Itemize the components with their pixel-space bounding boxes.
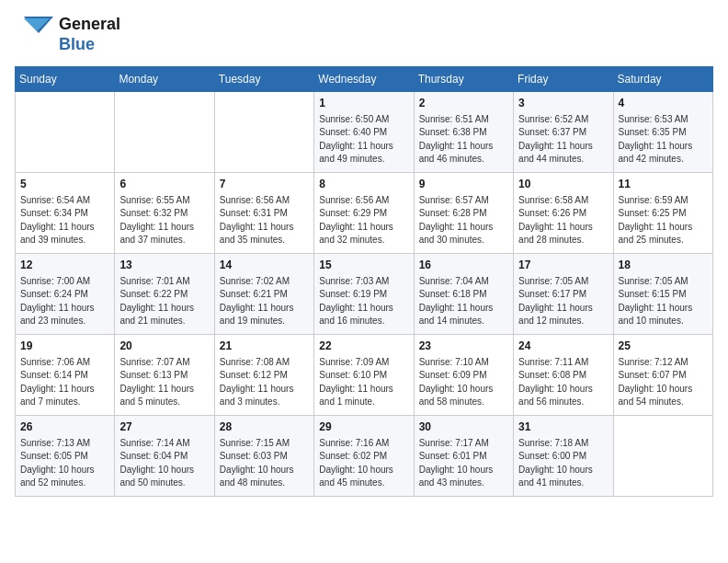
- day-number: 6: [119, 177, 209, 192]
- logo-icon: [15, 15, 55, 55]
- day-number: 7: [220, 177, 309, 192]
- day-info: Sunrise: 7:01 AM Sunset: 6:22 PM Dayligh…: [119, 275, 209, 328]
- day-number: 5: [20, 177, 109, 192]
- day-info: Sunrise: 6:58 AM Sunset: 6:26 PM Dayligh…: [518, 194, 608, 247]
- calendar-cell: 22Sunrise: 7:09 AM Sunset: 6:10 PM Dayli…: [314, 335, 414, 416]
- calendar-cell: [613, 416, 712, 497]
- day-number: 21: [220, 339, 309, 354]
- day-number: 12: [20, 258, 109, 273]
- calendar-cell: 19Sunrise: 7:06 AM Sunset: 6:14 PM Dayli…: [16, 335, 115, 416]
- day-info: Sunrise: 7:07 AM Sunset: 6:13 PM Dayligh…: [119, 356, 209, 409]
- calendar-week-row: 5Sunrise: 6:54 AM Sunset: 6:34 PM Daylig…: [16, 173, 713, 254]
- day-info: Sunrise: 7:04 AM Sunset: 6:18 PM Dayligh…: [419, 275, 508, 328]
- day-info: Sunrise: 6:56 AM Sunset: 6:29 PM Dayligh…: [319, 194, 408, 247]
- logo-blue-text: Blue: [59, 35, 120, 55]
- calendar-cell: 28Sunrise: 7:15 AM Sunset: 6:03 PM Dayli…: [214, 416, 313, 497]
- logo: GeneralBlue: [15, 15, 120, 55]
- day-info: Sunrise: 7:06 AM Sunset: 6:14 PM Dayligh…: [20, 356, 109, 409]
- day-number: 9: [419, 177, 508, 192]
- calendar-cell: 2Sunrise: 6:51 AM Sunset: 6:38 PM Daylig…: [414, 92, 513, 173]
- day-info: Sunrise: 7:15 AM Sunset: 6:03 PM Dayligh…: [220, 437, 309, 490]
- day-info: Sunrise: 7:11 AM Sunset: 6:08 PM Dayligh…: [518, 356, 608, 409]
- calendar-cell: 20Sunrise: 7:07 AM Sunset: 6:13 PM Dayli…: [115, 335, 214, 416]
- day-number: 2: [419, 96, 508, 111]
- day-info: Sunrise: 6:53 AM Sunset: 6:35 PM Dayligh…: [619, 113, 708, 167]
- day-number: 22: [319, 339, 408, 354]
- calendar-cell: 4Sunrise: 6:53 AM Sunset: 6:35 PM Daylig…: [613, 92, 712, 173]
- calendar-cell: 8Sunrise: 6:56 AM Sunset: 6:29 PM Daylig…: [314, 173, 414, 254]
- calendar-cell: 15Sunrise: 7:03 AM Sunset: 6:19 PM Dayli…: [314, 254, 414, 335]
- page-header: GeneralBlue: [15, 15, 713, 55]
- calendar-week-row: 12Sunrise: 7:00 AM Sunset: 6:24 PM Dayli…: [16, 254, 713, 335]
- calendar-cell: 17Sunrise: 7:05 AM Sunset: 6:17 PM Dayli…: [514, 254, 613, 335]
- day-number: 24: [518, 339, 608, 354]
- day-info: Sunrise: 7:13 AM Sunset: 6:05 PM Dayligh…: [20, 437, 109, 490]
- calendar-week-row: 26Sunrise: 7:13 AM Sunset: 6:05 PM Dayli…: [16, 416, 713, 497]
- weekday-header-sunday: Sunday: [16, 67, 115, 92]
- day-info: Sunrise: 7:00 AM Sunset: 6:24 PM Dayligh…: [20, 275, 109, 328]
- day-info: Sunrise: 6:50 AM Sunset: 6:40 PM Dayligh…: [319, 113, 408, 167]
- day-info: Sunrise: 6:52 AM Sunset: 6:37 PM Dayligh…: [518, 113, 608, 167]
- weekday-header-wednesday: Wednesday: [314, 67, 414, 92]
- day-number: 30: [419, 419, 508, 435]
- day-info: Sunrise: 7:16 AM Sunset: 6:02 PM Dayligh…: [319, 437, 408, 490]
- calendar-cell: 3Sunrise: 6:52 AM Sunset: 6:37 PM Daylig…: [514, 92, 613, 173]
- day-number: 8: [319, 177, 408, 192]
- day-info: Sunrise: 7:10 AM Sunset: 6:09 PM Dayligh…: [419, 356, 508, 409]
- calendar-cell: 25Sunrise: 7:12 AM Sunset: 6:07 PM Dayli…: [613, 335, 712, 416]
- day-number: 18: [619, 258, 708, 273]
- weekday-header-thursday: Thursday: [414, 67, 513, 92]
- day-number: 14: [220, 258, 309, 273]
- day-info: Sunrise: 7:08 AM Sunset: 6:12 PM Dayligh…: [220, 356, 309, 409]
- calendar-cell: [115, 92, 214, 173]
- calendar-cell: 5Sunrise: 6:54 AM Sunset: 6:34 PM Daylig…: [16, 173, 115, 254]
- day-number: 4: [619, 96, 708, 111]
- day-number: 26: [20, 419, 109, 435]
- calendar-cell: 10Sunrise: 6:58 AM Sunset: 6:26 PM Dayli…: [514, 173, 613, 254]
- logo-general-text: General: [59, 15, 120, 35]
- calendar-cell: 14Sunrise: 7:02 AM Sunset: 6:21 PM Dayli…: [214, 254, 313, 335]
- calendar-cell: 21Sunrise: 7:08 AM Sunset: 6:12 PM Dayli…: [214, 335, 313, 416]
- day-info: Sunrise: 6:57 AM Sunset: 6:28 PM Dayligh…: [419, 194, 508, 247]
- day-number: 28: [220, 419, 309, 435]
- calendar-cell: 30Sunrise: 7:17 AM Sunset: 6:01 PM Dayli…: [414, 416, 513, 497]
- day-info: Sunrise: 7:02 AM Sunset: 6:21 PM Dayligh…: [220, 275, 309, 328]
- day-number: 16: [419, 258, 508, 273]
- calendar-cell: 27Sunrise: 7:14 AM Sunset: 6:04 PM Dayli…: [115, 416, 214, 497]
- day-number: 11: [619, 177, 708, 192]
- calendar-cell: [214, 92, 313, 173]
- day-info: Sunrise: 6:55 AM Sunset: 6:32 PM Dayligh…: [119, 194, 209, 247]
- day-info: Sunrise: 7:12 AM Sunset: 6:07 PM Dayligh…: [619, 356, 708, 409]
- day-info: Sunrise: 6:51 AM Sunset: 6:38 PM Dayligh…: [419, 113, 508, 167]
- calendar-header-row: SundayMondayTuesdayWednesdayThursdayFrid…: [16, 67, 713, 92]
- calendar-cell: 13Sunrise: 7:01 AM Sunset: 6:22 PM Dayli…: [115, 254, 214, 335]
- calendar-cell: 11Sunrise: 6:59 AM Sunset: 6:25 PM Dayli…: [613, 173, 712, 254]
- calendar-cell: 9Sunrise: 6:57 AM Sunset: 6:28 PM Daylig…: [414, 173, 513, 254]
- day-number: 31: [518, 419, 608, 435]
- day-info: Sunrise: 7:18 AM Sunset: 6:00 PM Dayligh…: [518, 437, 608, 490]
- weekday-header-tuesday: Tuesday: [214, 67, 313, 92]
- day-number: 1: [319, 96, 408, 111]
- day-number: 17: [518, 258, 608, 273]
- calendar-cell: 26Sunrise: 7:13 AM Sunset: 6:05 PM Dayli…: [16, 416, 115, 497]
- day-info: Sunrise: 7:05 AM Sunset: 6:15 PM Dayligh…: [619, 275, 708, 328]
- calendar-cell: 16Sunrise: 7:04 AM Sunset: 6:18 PM Dayli…: [414, 254, 513, 335]
- calendar-cell: 29Sunrise: 7:16 AM Sunset: 6:02 PM Dayli…: [314, 416, 414, 497]
- day-number: 19: [20, 339, 109, 354]
- day-number: 25: [619, 339, 708, 354]
- calendar-cell: 18Sunrise: 7:05 AM Sunset: 6:15 PM Dayli…: [613, 254, 712, 335]
- day-info: Sunrise: 7:05 AM Sunset: 6:17 PM Dayligh…: [518, 275, 608, 328]
- calendar-week-row: 19Sunrise: 7:06 AM Sunset: 6:14 PM Dayli…: [16, 335, 713, 416]
- calendar-cell: 24Sunrise: 7:11 AM Sunset: 6:08 PM Dayli…: [514, 335, 613, 416]
- calendar-cell: 1Sunrise: 6:50 AM Sunset: 6:40 PM Daylig…: [314, 92, 414, 173]
- day-number: 3: [518, 96, 608, 111]
- day-number: 13: [119, 258, 209, 273]
- day-number: 29: [319, 419, 408, 435]
- day-info: Sunrise: 7:03 AM Sunset: 6:19 PM Dayligh…: [319, 275, 408, 328]
- day-number: 20: [119, 339, 209, 354]
- day-number: 10: [518, 177, 608, 192]
- calendar-cell: 7Sunrise: 6:56 AM Sunset: 6:31 PM Daylig…: [214, 173, 313, 254]
- day-info: Sunrise: 7:09 AM Sunset: 6:10 PM Dayligh…: [319, 356, 408, 409]
- calendar-cell: 6Sunrise: 6:55 AM Sunset: 6:32 PM Daylig…: [115, 173, 214, 254]
- day-info: Sunrise: 7:17 AM Sunset: 6:01 PM Dayligh…: [419, 437, 508, 490]
